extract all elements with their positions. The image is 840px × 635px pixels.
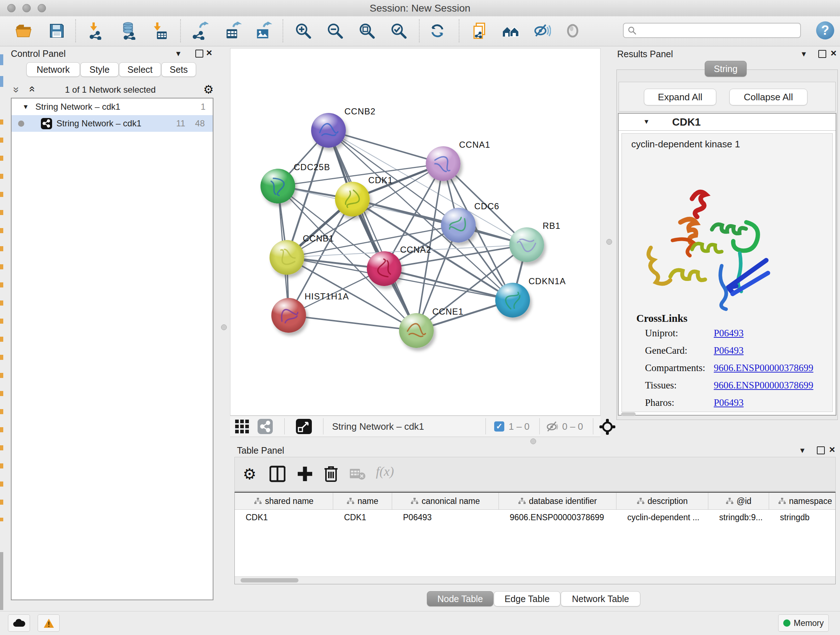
control-panel-float-button[interactable]: ▼ [175, 50, 182, 58]
column-header-0[interactable]: shared name [235, 493, 333, 509]
network-node-CCNA2[interactable] [367, 251, 401, 286]
column-header-3[interactable]: database identifier [499, 493, 616, 509]
export-network-button[interactable] [189, 21, 210, 41]
table-hscroll-thumb[interactable] [240, 578, 298, 583]
tab-string[interactable]: String [705, 61, 747, 77]
tab-edge-table[interactable]: Edge Table [494, 591, 561, 606]
function-builder-button[interactable]: f(x) [376, 464, 394, 479]
birds-eye-view-button[interactable] [296, 419, 312, 435]
delete-column-button[interactable] [324, 465, 338, 484]
grid-mode-button[interactable] [235, 420, 249, 435]
table-hscrollbar[interactable] [235, 576, 835, 584]
column-header-5[interactable]: @id [708, 493, 769, 509]
tab-select[interactable]: Select [119, 62, 161, 77]
control-panel-close-button[interactable]: × [206, 50, 212, 56]
window-minimize-button[interactable] [22, 4, 31, 12]
delete-table-button[interactable] [350, 467, 366, 482]
column-header-2[interactable]: canonical name [392, 493, 499, 509]
home-networks-button[interactable] [501, 21, 521, 41]
results-hscroll-thumb[interactable] [621, 412, 636, 416]
import-table-file-button[interactable] [149, 21, 169, 41]
results-entry-header[interactable]: ▼ CDK1 [619, 114, 836, 131]
table-row[interactable]: CDK1CDK1P064939606.ENSP00000378699cyclin… [235, 510, 835, 525]
show-columns-button[interactable] [270, 465, 286, 484]
zoom-selected-button[interactable] [388, 21, 409, 41]
collapse-all-button[interactable]: Collapse All [729, 89, 807, 105]
network-node-HIST1H1A[interactable] [271, 298, 306, 333]
crosslink-value-link[interactable]: P06493 [714, 328, 744, 339]
cloud-status-button[interactable] [8, 614, 30, 632]
table-panel-float-button[interactable]: ▼ [799, 447, 806, 455]
open-session-button[interactable] [13, 21, 34, 41]
expand-all-button[interactable]: Expand All [644, 89, 716, 105]
save-session-button[interactable] [47, 21, 67, 41]
hide-selected-button[interactable] [532, 21, 552, 41]
import-network-database-button[interactable] [118, 21, 139, 41]
add-column-button[interactable] [297, 465, 313, 484]
left-splitter-handle[interactable] [221, 325, 227, 330]
network-node-CDKN1A[interactable] [495, 283, 530, 318]
window-zoom-button[interactable] [38, 4, 46, 12]
tree-caret-icon[interactable]: ▼ [22, 103, 29, 111]
column-header-1[interactable]: name [333, 493, 392, 509]
column-header-4[interactable]: description [616, 493, 708, 509]
crosslink-value-link[interactable]: 9606.ENSP00000378699 [714, 363, 813, 374]
window-close-button[interactable] [7, 4, 16, 12]
cell[interactable]: cyclin-dependent ... [616, 510, 708, 525]
horizontal-splitter-handle[interactable] [531, 439, 536, 444]
results-panel-close-button[interactable]: × [831, 50, 836, 57]
network-view-toolbar: String Network – cdk1 ✓ 1 – 0 0 – 0 [230, 416, 600, 437]
cell[interactable]: 9606.ENSP00000378699 [499, 510, 616, 525]
network-collection-row[interactable]: ▼ String Network – cdk1 1 [11, 98, 213, 115]
entry-caret-icon[interactable]: ▼ [643, 118, 650, 126]
right-splitter-handle[interactable] [606, 239, 612, 245]
cell[interactable]: stringdb [769, 510, 836, 525]
cell[interactable]: CDK1 [333, 510, 392, 525]
show-all-button[interactable] [562, 21, 583, 41]
network-node-CDC25B[interactable] [261, 169, 295, 203]
network-node-CCNB1[interactable] [270, 240, 304, 275]
network-node-CDC6[interactable] [441, 208, 476, 242]
warning-status-button[interactable] [38, 614, 60, 632]
tab-style[interactable]: Style [80, 62, 118, 77]
cell[interactable]: stringdb:9... [708, 510, 769, 525]
table-panel-maximize-button[interactable] [817, 447, 825, 454]
network-list-options-icon[interactable]: ⚙ [203, 82, 214, 96]
search-input[interactable] [639, 25, 800, 36]
crosslink-value-link[interactable]: P06493 [714, 397, 744, 409]
zoom-fit-button[interactable] [357, 21, 377, 41]
clipboard-network-button[interactable] [470, 21, 490, 41]
network-node-CCNB2[interactable] [311, 113, 346, 148]
fit-content-button[interactable] [599, 418, 616, 437]
cell[interactable]: CDK1 [235, 510, 333, 525]
network-row-selected[interactable]: String Network – cdk1 11 48 [11, 115, 213, 132]
table-options-icon[interactable]: ⚙ [243, 465, 256, 483]
tab-network[interactable]: Network [27, 62, 80, 77]
cell[interactable]: P06493 [392, 510, 499, 525]
zoom-out-button[interactable] [325, 21, 345, 41]
network-node-CDK1[interactable] [335, 182, 370, 217]
memory-button[interactable]: Memory [778, 614, 829, 632]
import-network-file-button[interactable] [85, 21, 106, 41]
selected-checkbox[interactable]: ✓ [494, 421, 504, 432]
control-panel-maximize-button[interactable] [195, 50, 203, 57]
column-header-6[interactable]: namespace [769, 493, 836, 509]
tab-network-table[interactable]: Network Table [561, 591, 640, 606]
zoom-in-button[interactable] [293, 21, 313, 41]
network-node-CCNA1[interactable] [426, 146, 461, 181]
network-node-RB1[interactable] [509, 227, 544, 262]
network-node-CCNE1[interactable] [399, 313, 434, 348]
results-panel-float-button[interactable]: ▼ [800, 50, 807, 58]
view-mode-button[interactable] [257, 419, 273, 435]
export-table-button[interactable] [223, 21, 243, 41]
tab-node-table[interactable]: Node Table [427, 591, 493, 606]
help-button[interactable]: ? [816, 21, 834, 40]
export-image-button[interactable] [253, 21, 273, 41]
table-panel-close-button[interactable]: × [829, 447, 835, 453]
tab-sets[interactable]: Sets [161, 62, 196, 77]
network-view[interactable]: CCNB2CCNA1CDC25BCDK1CDC6RB1CCNB1CCNA2CDK… [230, 48, 600, 416]
results-panel-maximize-button[interactable] [818, 50, 826, 58]
crosslink-value-link[interactable]: 9606.ENSP00000378699 [714, 380, 813, 391]
crosslink-value-link[interactable]: P06493 [714, 345, 744, 356]
apply-layout-button[interactable] [427, 21, 447, 41]
